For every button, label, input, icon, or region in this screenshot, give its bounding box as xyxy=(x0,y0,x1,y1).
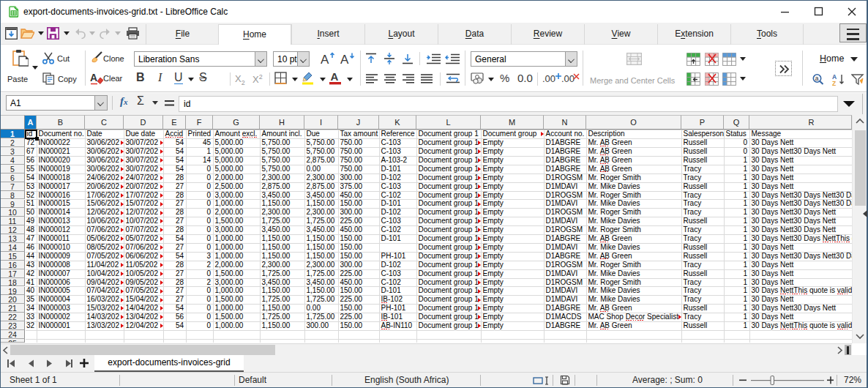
svg-text:A: A xyxy=(90,72,97,83)
svg-text:A: A xyxy=(340,53,349,66)
svg-text:Z: Z xyxy=(832,80,836,86)
svg-text:A: A xyxy=(321,53,329,66)
svg-text:a: a xyxy=(815,75,819,82)
svg-text:A: A xyxy=(331,71,339,83)
